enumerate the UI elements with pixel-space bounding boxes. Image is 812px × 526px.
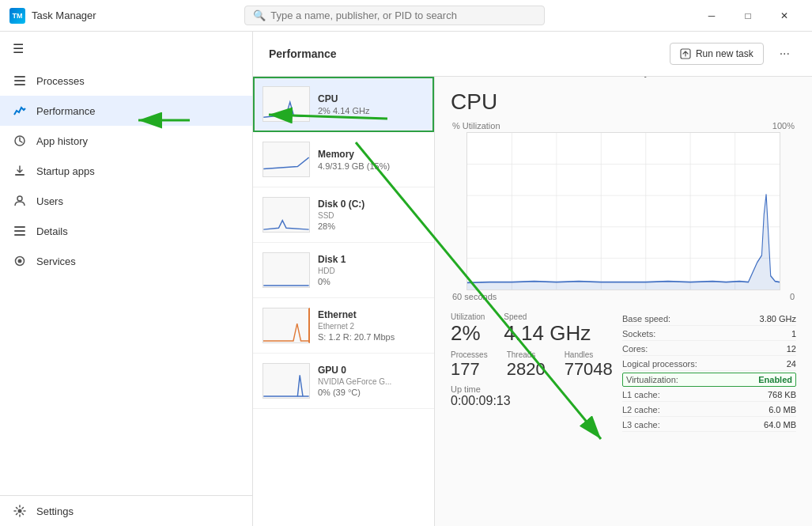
cpu-item-name: CPU bbox=[318, 93, 425, 104]
utilization-label: Utilization bbox=[451, 312, 485, 321]
svg-rect-7 bbox=[14, 230, 25, 232]
search-icon: 🔍 bbox=[253, 9, 266, 21]
svg-point-11 bbox=[18, 509, 22, 513]
l1-cache-stat: L1 cache: 768 KB bbox=[622, 388, 796, 402]
minimize-button[interactable]: ─ bbox=[693, 3, 730, 28]
content-header: Performance Run new task ··· bbox=[253, 32, 812, 77]
memory-item-sub: 4.9/31.9 GB (15%) bbox=[318, 161, 425, 171]
app-history-icon bbox=[13, 134, 27, 148]
disk1-item-sub2: HDD bbox=[318, 267, 425, 275]
sockets-label: Sockets: bbox=[622, 329, 655, 339]
threads-value: 2820 bbox=[507, 359, 546, 380]
disk0-mini-graph bbox=[262, 197, 310, 233]
sidebar-label-startup-apps: Startup apps bbox=[36, 165, 95, 177]
sockets-stat: Sockets: 1 bbox=[622, 327, 796, 341]
sidebar-item-users[interactable]: Users bbox=[0, 186, 252, 216]
utilization-stat: Utilization 2% bbox=[451, 312, 485, 346]
l1-value: 768 KB bbox=[768, 390, 796, 399]
ethernet-item-sub2: Ethernet 2 bbox=[318, 322, 425, 331]
maximize-button[interactable]: □ bbox=[730, 3, 766, 28]
time-label: 60 seconds bbox=[452, 292, 497, 301]
memory-item-name: Memory bbox=[318, 149, 425, 160]
logical-processors-stat: Logical processors: 24 bbox=[622, 358, 796, 371]
logical-processors-value: 24 bbox=[787, 359, 796, 369]
perf-item-memory[interactable]: Memory 4.9/31.9 GB (15%) bbox=[253, 132, 434, 187]
run-icon bbox=[680, 48, 691, 59]
sidebar-label-services: Services bbox=[36, 255, 76, 267]
hamburger-button[interactable]: ☰ bbox=[0, 32, 252, 66]
cpu-graph bbox=[466, 132, 780, 290]
sidebar-item-services[interactable]: Services bbox=[0, 246, 252, 276]
content-area: Performance Run new task ··· bbox=[253, 32, 812, 526]
base-speed-stat: Base speed: 3.80 GHz bbox=[622, 312, 796, 326]
startup-icon bbox=[13, 164, 27, 178]
sidebar-label-performance: Performance bbox=[36, 105, 95, 117]
search-bar[interactable]: 🔍 bbox=[244, 6, 545, 25]
virtualization-stat: Virtualization: Enabled bbox=[622, 373, 796, 387]
uptime-label: Up time bbox=[451, 384, 481, 394]
svg-rect-6 bbox=[14, 226, 25, 228]
perf-item-disk0[interactable]: Disk 0 (C:) SSD 28% bbox=[253, 187, 434, 243]
memory-mini-graph bbox=[262, 142, 310, 177]
svg-rect-1 bbox=[14, 80, 25, 81]
zero-label: 0 bbox=[790, 292, 795, 301]
sidebar-item-performance[interactable]: Performance bbox=[0, 96, 252, 126]
performance-icon bbox=[13, 104, 27, 118]
cpu-detail-title: CPU bbox=[451, 89, 497, 114]
uptime-stat: Up time 0:00:09:13 bbox=[451, 384, 622, 408]
sidebar-item-processes[interactable]: Processes bbox=[0, 66, 252, 96]
services-icon bbox=[13, 254, 27, 268]
l2-value: 6.0 MB bbox=[769, 405, 796, 414]
speed-value: 4.14 GHz bbox=[504, 321, 591, 346]
settings-icon bbox=[13, 504, 27, 518]
perf-item-gpu0[interactable]: GPU 0 NVIDIA GeForce G... 0% (39 °C) bbox=[253, 354, 434, 409]
cpu-mini-graph bbox=[262, 86, 310, 122]
disk1-item-name: Disk 1 bbox=[318, 254, 425, 265]
gpu0-item-info: GPU 0 NVIDIA GeForce G... 0% (39 °C) bbox=[318, 365, 425, 397]
sidebar: ☰ Processes Performance App history Star bbox=[0, 32, 253, 526]
sidebar-item-details[interactable]: Details bbox=[0, 216, 252, 246]
search-input[interactable] bbox=[270, 9, 536, 21]
uptime-value: 0:00:09:13 bbox=[451, 394, 511, 407]
disk0-item-info: Disk 0 (C:) SSD 28% bbox=[318, 199, 425, 231]
l2-cache-stat: L2 cache: 6.0 MB bbox=[622, 403, 796, 417]
disk1-mini-graph bbox=[262, 252, 310, 288]
svg-rect-4 bbox=[15, 174, 25, 176]
perf-item-ethernet[interactable]: Ethernet Ethernet 2 S: 1.2 R: 20.7 Mbps bbox=[253, 298, 434, 354]
app-icon: TM bbox=[9, 8, 25, 24]
l2-label: L2 cache: bbox=[622, 405, 660, 414]
sidebar-item-startup-apps[interactable]: Startup apps bbox=[0, 156, 252, 186]
l3-cache-stat: L3 cache: 64.0 MB bbox=[622, 418, 796, 432]
speed-label: Speed bbox=[504, 312, 591, 321]
ethernet-item-name: Ethernet bbox=[318, 309, 425, 320]
cpu-detail-panel: CPU AMD Ryzen 9 3900X 12-Core Processor … bbox=[435, 77, 812, 526]
cpu-item-info: CPU 2% 4.14 GHz bbox=[318, 93, 425, 115]
svg-point-5 bbox=[17, 196, 22, 201]
utilization-value: 2% bbox=[451, 321, 485, 346]
gpu0-item-sub: 0% (39 °C) bbox=[318, 388, 425, 397]
handles-label: Handles bbox=[565, 350, 613, 359]
ethernet-item-sub: S: 1.2 R: 20.7 Mbps bbox=[318, 332, 425, 342]
perf-item-cpu[interactable]: CPU 2% 4.14 GHz bbox=[253, 77, 434, 132]
cores-value: 12 bbox=[787, 344, 796, 354]
cpu-item-sub: 2% 4.14 GHz bbox=[318, 106, 425, 115]
close-button[interactable]: ✕ bbox=[766, 3, 803, 28]
base-speed-value: 3.80 GHz bbox=[760, 314, 796, 324]
title-bar: TM Task Manager 🔍 ─ □ ✕ bbox=[0, 0, 812, 32]
sidebar-label-processes: Processes bbox=[36, 75, 85, 87]
sidebar-item-app-history[interactable]: App history bbox=[0, 126, 252, 156]
perf-item-disk1[interactable]: Disk 1 HDD 0% bbox=[253, 243, 434, 298]
virtualization-label: Virtualization: bbox=[626, 375, 678, 384]
more-options-button[interactable]: ··· bbox=[773, 44, 796, 64]
l1-label: L1 cache: bbox=[622, 390, 660, 399]
run-new-task-button[interactable]: Run new task bbox=[670, 43, 764, 65]
ethernet-mini-graph bbox=[262, 308, 310, 343]
gpu0-mini-graph bbox=[262, 363, 310, 399]
utilization-axis-label: % Utilization bbox=[452, 121, 500, 131]
base-speed-label: Base speed: bbox=[622, 314, 670, 324]
performance-content: CPU 2% 4.14 GHz Memory 4.9/31.9 GB (15%) bbox=[253, 77, 812, 526]
users-icon bbox=[13, 194, 27, 208]
sidebar-item-settings[interactable]: Settings bbox=[0, 496, 252, 526]
threads-label: Threads bbox=[507, 350, 546, 359]
threads-stat: Threads 2820 bbox=[507, 350, 546, 380]
